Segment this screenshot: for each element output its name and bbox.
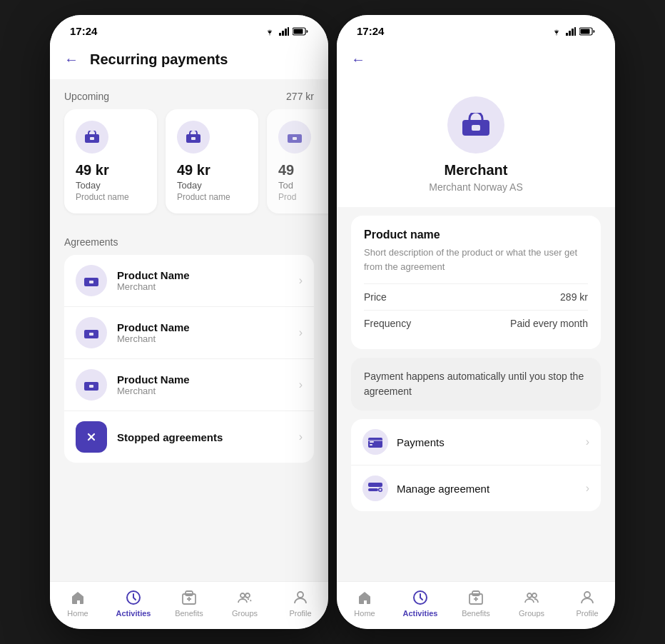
svg-rect-23 bbox=[186, 591, 193, 595]
nav-groups-right[interactable]: Groups bbox=[510, 589, 553, 618]
nav-profile-left[interactable]: Profile bbox=[279, 589, 322, 618]
agreements-section: Agreements Product Name Merchant › bbox=[50, 225, 328, 468]
phone-right: 17:24 ← bbox=[337, 15, 615, 629]
agreements-list: Product Name Merchant › Product Name bbox=[64, 255, 314, 463]
benefits-svg-left bbox=[181, 590, 197, 605]
nav-profile-label-left: Profile bbox=[289, 609, 311, 618]
freq-row: Frequency Paid every month bbox=[364, 310, 588, 336]
svg-rect-34 bbox=[581, 29, 590, 34]
card-amount-1: 49 kr bbox=[76, 162, 146, 178]
manage-icon-wrap bbox=[362, 476, 388, 501]
payment-card-1[interactable]: 49 kr Today Product name bbox=[64, 109, 157, 213]
nav-activities-left[interactable]: Activities bbox=[112, 589, 155, 618]
wifi-icon-right bbox=[551, 27, 562, 36]
back-button-left[interactable]: ← bbox=[64, 51, 78, 68]
status-time-right: 17:24 bbox=[357, 25, 384, 37]
nav-groups-left[interactable]: Groups bbox=[223, 589, 266, 618]
chevron-2: › bbox=[299, 326, 303, 339]
manage-chevron: › bbox=[586, 482, 589, 495]
nav-profile-right[interactable]: Profile bbox=[566, 589, 609, 618]
battery-icon-right bbox=[579, 27, 595, 36]
page-title-left: Recurring payments bbox=[90, 51, 228, 68]
detail-content: Product name Short description of the pr… bbox=[337, 207, 615, 581]
info-card: Payment happens automatically until you … bbox=[351, 358, 601, 411]
home-icon-right bbox=[356, 589, 373, 606]
svg-rect-32 bbox=[574, 27, 576, 36]
upcoming-amount: 277 kr bbox=[286, 91, 314, 102]
merchant-avatar bbox=[447, 96, 504, 154]
activities-icon-right bbox=[412, 589, 429, 606]
agreement-item-3[interactable]: Product Name Merchant › bbox=[64, 359, 314, 411]
svg-rect-1 bbox=[282, 31, 284, 36]
stopped-agreements-info: Stopped agreements bbox=[117, 431, 299, 443]
nav-groups-label-left: Groups bbox=[232, 609, 258, 618]
payment-cards-scroll[interactable]: 49 kr Today Product name 49 kr Today Pro… bbox=[50, 109, 328, 225]
nav-activities-right[interactable]: Activities bbox=[399, 589, 442, 618]
merchant-avatar-icon bbox=[461, 113, 491, 137]
svg-point-28 bbox=[298, 592, 303, 598]
merchant-icon-3 bbox=[287, 131, 303, 144]
product-card: Product name Short description of the pr… bbox=[351, 216, 601, 349]
stopped-agreements-label: Stopped agreements bbox=[117, 431, 299, 443]
card-icon-1 bbox=[76, 121, 108, 154]
payment-card-2[interactable]: 49 kr Today Product name bbox=[166, 109, 258, 213]
screen-right: ← Merchant Merchant Norway AS Product na… bbox=[337, 43, 615, 581]
svg-rect-7 bbox=[90, 137, 94, 140]
activities-svg-right bbox=[412, 590, 428, 605]
groups-svg-left bbox=[237, 590, 253, 605]
agreement-name-3: Product Name bbox=[117, 373, 299, 386]
svg-point-53 bbox=[584, 592, 590, 598]
back-button-right[interactable]: ← bbox=[351, 51, 365, 67]
nav-benefits-label-left: Benefits bbox=[175, 609, 203, 618]
agreement-icon-2 bbox=[76, 317, 107, 348]
svg-rect-2 bbox=[285, 29, 287, 36]
svg-point-52 bbox=[532, 593, 537, 598]
svg-point-26 bbox=[240, 593, 245, 598]
manage-label: Manage agreement bbox=[397, 483, 586, 495]
screen-left: ← Recurring payments Upcoming 277 kr 49 … bbox=[50, 43, 328, 581]
payments-action[interactable]: Payments › bbox=[351, 419, 601, 466]
nav-home-right[interactable]: Home bbox=[343, 589, 386, 618]
nav-benefits-right[interactable]: Benefits bbox=[455, 589, 497, 618]
signal-icon bbox=[279, 27, 289, 36]
svg-rect-5 bbox=[294, 29, 303, 34]
manage-action[interactable]: Manage agreement › bbox=[351, 466, 601, 511]
svg-rect-41 bbox=[368, 483, 382, 487]
agreements-label: Agreements bbox=[64, 236, 314, 248]
benefits-icon-right bbox=[467, 589, 484, 606]
payments-icon bbox=[368, 436, 382, 448]
chevron-1: › bbox=[299, 274, 303, 287]
svg-rect-11 bbox=[293, 137, 297, 140]
profile-icon-left bbox=[292, 589, 309, 606]
agreement-item-1[interactable]: Product Name Merchant › bbox=[64, 255, 314, 307]
agreement-icon-1 bbox=[76, 265, 107, 296]
freq-value: Paid every month bbox=[510, 318, 588, 329]
wifi-icon bbox=[264, 27, 275, 36]
svg-point-27 bbox=[245, 593, 250, 598]
status-bar-right: 17:24 bbox=[337, 15, 615, 43]
battery-icon bbox=[293, 27, 308, 36]
card-date-3: Tod bbox=[278, 180, 328, 191]
detail-header: ← bbox=[337, 43, 615, 79]
agreement-info-2: Product Name Merchant bbox=[117, 321, 299, 344]
svg-rect-3 bbox=[288, 27, 289, 36]
card-amount-2: 49 kr bbox=[177, 162, 247, 178]
chevron-stopped: › bbox=[299, 431, 303, 443]
home-svg-right bbox=[357, 590, 372, 605]
merchant-icon-a2 bbox=[83, 326, 99, 339]
payments-icon-wrap bbox=[362, 429, 388, 455]
payment-card-3[interactable]: 49 Tod Prod bbox=[267, 109, 328, 213]
nav-benefits-left[interactable]: Benefits bbox=[168, 589, 210, 618]
status-time-left: 17:24 bbox=[70, 25, 97, 37]
info-text: Payment happens automatically until you … bbox=[364, 369, 588, 399]
bottom-nav-left: Home Activities Benefits bbox=[50, 581, 328, 629]
agreement-item-2[interactable]: Product Name Merchant › bbox=[64, 307, 314, 359]
card-name-3: Prod bbox=[278, 192, 328, 202]
svg-rect-42 bbox=[368, 488, 378, 491]
svg-rect-36 bbox=[472, 125, 480, 131]
upcoming-label: Upcoming bbox=[64, 91, 109, 102]
stopped-agreements-item[interactable]: Stopped agreements › bbox=[64, 411, 314, 463]
nav-home-label-left: Home bbox=[67, 609, 88, 618]
agreement-name-2: Product Name bbox=[117, 321, 299, 333]
nav-home-left[interactable]: Home bbox=[56, 589, 99, 618]
